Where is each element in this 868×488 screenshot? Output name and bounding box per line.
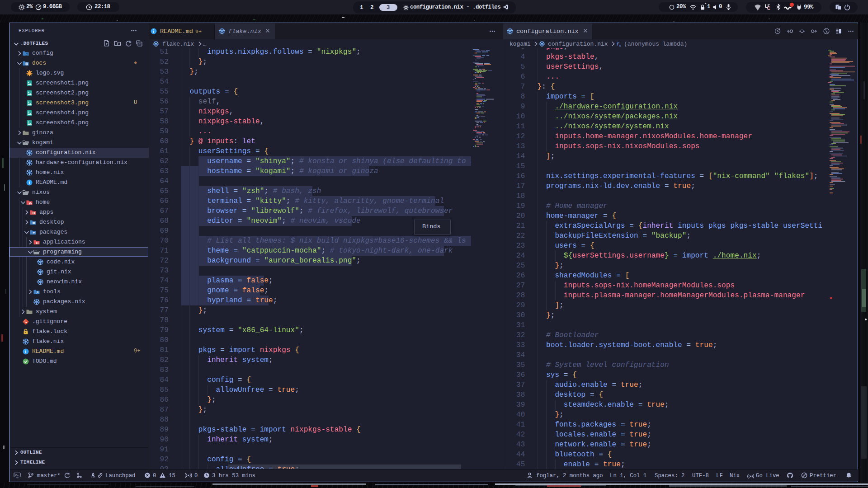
svg-text:C: C [767,6,770,11]
svg-text:x: x [619,43,621,47]
